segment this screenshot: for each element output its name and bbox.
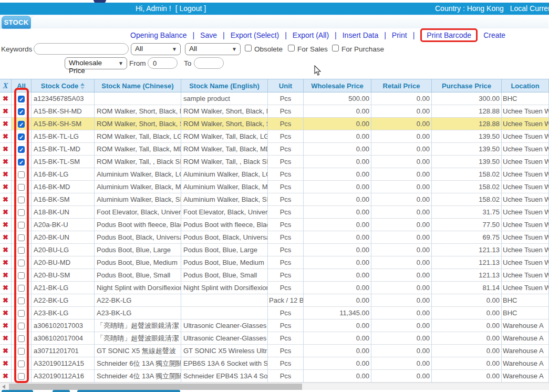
price-from-input[interactable] — [148, 57, 178, 69]
row-checkbox[interactable] — [18, 121, 25, 128]
tab-stock[interactable]: STOCK — [2, 16, 31, 29]
delete-row-icon[interactable]: ✖ — [3, 284, 8, 292]
table-row: ✖ A16-BK-MD Aluminium Walker, Black, MD … — [0, 181, 549, 193]
retail-price-cell: 0.00 — [371, 294, 432, 307]
delete-row-icon[interactable]: ✖ — [3, 347, 8, 355]
category-select[interactable]: ▼All — [131, 43, 181, 55]
bottom-button-sliver[interactable] — [2, 390, 33, 392]
wholesale-price-cell: 0.00 — [304, 193, 371, 206]
export-all-link[interactable]: Export (All) — [293, 31, 329, 39]
delete-row-icon[interactable]: ✖ — [3, 233, 8, 241]
delete-row-icon[interactable]: ✖ — [3, 158, 8, 166]
bottom-button-sliver[interactable] — [77, 390, 180, 392]
row-checkbox[interactable] — [18, 247, 25, 254]
row-checkbox[interactable] — [18, 159, 25, 166]
delete-row-icon[interactable]: ✖ — [3, 120, 8, 128]
location-cell: Uchee Tsuen W — [502, 244, 549, 256]
delete-row-icon[interactable]: ✖ — [3, 372, 8, 380]
scrollbar-thumb[interactable] — [9, 384, 302, 390]
obsolete-label: Obsolete — [254, 45, 283, 53]
location-cell: Uchee Tsuen W — [502, 156, 549, 168]
delete-all-link[interactable]: X — [3, 81, 8, 90]
delete-row-icon[interactable]: ✖ — [3, 309, 8, 317]
print-barcode-link[interactable]: Print Barcode — [420, 28, 478, 42]
retail-price-cell: 0.00 — [371, 181, 432, 193]
row-checkbox[interactable] — [18, 234, 25, 241]
delete-row-icon[interactable]: ✖ — [3, 334, 8, 342]
delete-row-icon[interactable]: ✖ — [3, 95, 8, 102]
delete-row-icon[interactable]: ✖ — [3, 259, 8, 266]
for-sales-checkbox[interactable] — [288, 45, 295, 51]
print-link[interactable]: Print — [392, 31, 407, 39]
for-purchase-checkbox[interactable] — [332, 45, 339, 51]
delete-row-icon[interactable]: ✖ — [3, 170, 8, 178]
delete-row-icon[interactable]: ✖ — [3, 195, 8, 203]
column-header-unit: Unit — [268, 79, 304, 92]
row-checkbox[interactable] — [18, 272, 25, 279]
delete-row-icon[interactable]: ✖ — [3, 322, 8, 329]
row-checkbox[interactable] — [18, 146, 25, 153]
delete-row-icon[interactable]: ✖ — [3, 246, 8, 254]
price-to-input[interactable] — [194, 57, 224, 69]
unit-cell: Pcs — [268, 307, 304, 319]
stock-code-cell: a123456785A03 — [32, 92, 95, 105]
opening-balance-link[interactable]: Opening Balance — [130, 31, 187, 39]
unit-cell: Pcs — [268, 345, 304, 357]
column-header-stock-code[interactable]: Stock Code — [32, 79, 95, 92]
purchase-price-cell: 0.00 — [432, 345, 502, 357]
unit-cell: Pcs — [268, 143, 304, 156]
price-field-select[interactable]: ▼Wholesale Price — [65, 57, 127, 69]
obsolete-checkbox[interactable] — [245, 45, 252, 51]
row-checkbox[interactable] — [18, 310, 25, 317]
subcategory-select[interactable]: ▼All — [185, 43, 241, 55]
purchase-price-cell: 0.00 — [432, 332, 502, 345]
delete-row-icon[interactable]: ✖ — [3, 183, 8, 191]
bottom-button-sliver[interactable] — [53, 390, 70, 392]
row-checkbox[interactable] — [18, 348, 25, 355]
insert-data-link[interactable]: Insert Data — [343, 31, 378, 39]
keywords-input[interactable] — [34, 43, 129, 55]
stock-code-cell: A16-BK-MD — [32, 181, 95, 193]
retail-price-cell: 0.00 — [371, 345, 432, 357]
row-checkbox[interactable] — [18, 197, 25, 203]
stock-code-cell: A18-BK-UN — [32, 206, 95, 219]
row-checkbox[interactable] — [18, 360, 25, 367]
row-checkbox[interactable] — [18, 96, 25, 102]
unit-cell: Pcs — [268, 130, 304, 143]
row-checkbox[interactable] — [18, 373, 25, 380]
wholesale-price-cell: 0.00 — [304, 118, 371, 130]
export-select-link[interactable]: Export (Select) — [231, 31, 279, 39]
row-checkbox[interactable] — [18, 222, 25, 229]
purchase-price-cell: 0.00 — [432, 294, 502, 307]
row-checkbox[interactable] — [18, 171, 25, 178]
row-checkbox[interactable] — [18, 260, 25, 266]
row-checkbox[interactable] — [18, 323, 25, 329]
row-checkbox[interactable] — [18, 297, 25, 304]
row-checkbox[interactable] — [18, 184, 25, 191]
scroll-left-icon[interactable] — [2, 385, 5, 389]
delete-row-icon[interactable]: ✖ — [3, 107, 8, 115]
unit-cell: Pcs — [268, 105, 304, 118]
row-checkbox[interactable] — [18, 209, 25, 216]
save-link[interactable]: Save — [200, 31, 217, 39]
purchase-price-cell: 81.14 — [432, 282, 502, 294]
delete-row-icon[interactable]: ✖ — [3, 221, 8, 229]
select-all-link[interactable]: All — [17, 82, 26, 90]
row-checkbox[interactable] — [18, 335, 25, 342]
delete-row-icon[interactable]: ✖ — [3, 145, 8, 153]
purchase-price-cell: 128.88 — [432, 105, 502, 118]
delete-row-icon[interactable]: ✖ — [3, 271, 8, 279]
delete-row-icon[interactable]: ✖ — [3, 296, 8, 304]
stock-name-english-cell: GT SONIC X5 Wireless Ultrasonic — [181, 345, 268, 357]
delete-row-icon[interactable]: ✖ — [3, 132, 8, 140]
row-checkbox[interactable] — [18, 133, 25, 140]
delete-row-icon[interactable]: ✖ — [3, 359, 8, 367]
tab-strip-panel — [31, 16, 549, 29]
delete-row-icon[interactable]: ✖ — [3, 208, 8, 216]
create-link[interactable]: Create — [483, 31, 505, 39]
retail-price-cell: 0.00 — [371, 193, 432, 206]
stock-name-english-cell: EPB6S 13A 6 Socket with Switch — [181, 357, 268, 370]
row-checkbox[interactable] — [18, 285, 25, 292]
logout-link[interactable]: [ Logout ] — [175, 4, 206, 13]
row-checkbox[interactable] — [18, 108, 25, 115]
